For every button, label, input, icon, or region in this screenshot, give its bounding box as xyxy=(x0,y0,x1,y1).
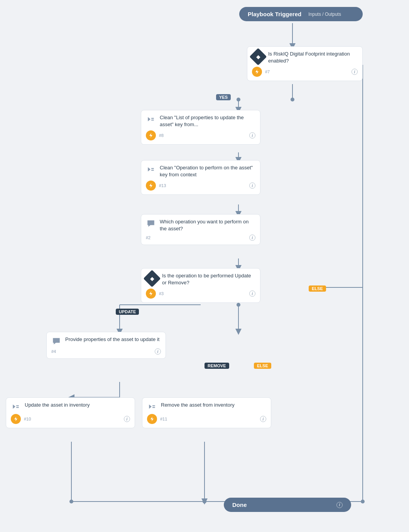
clean2-node[interactable]: Clean "Operation to perform on the asset… xyxy=(141,160,260,195)
ask2-node[interactable]: Provide properties of the asset to updat… xyxy=(46,332,166,359)
condition1-title: Is RiskIQ Digital Footprint integration … xyxy=(268,51,358,64)
svg-marker-43 xyxy=(150,417,154,421)
condition2-number: #3 xyxy=(159,291,164,296)
condition1-number: #7 xyxy=(265,69,270,74)
update-title: Update the asset in inventory xyxy=(25,402,130,409)
script-icon-c2 xyxy=(146,164,156,174)
ask1-number: #2 xyxy=(146,235,150,240)
clean1-number: #8 xyxy=(159,133,164,138)
update-node[interactable]: Update the asset in inventory #10 i xyxy=(6,397,135,428)
workflow-canvas: Playbook Triggered Inputs / Outputs ◆ Is… xyxy=(0,0,409,532)
else-badge-top: ELSE xyxy=(309,285,326,292)
condition2-node[interactable]: ◆ Is the operation to be performed Updat… xyxy=(141,268,260,303)
remove-badge: REMOVE xyxy=(204,363,229,369)
condition2-title: Is the operation to be performed Update … xyxy=(162,272,255,286)
svg-point-22 xyxy=(69,500,73,503)
update-number: #10 xyxy=(24,417,31,421)
ask2-info[interactable]: i xyxy=(155,348,161,355)
update-badge: UPDATE xyxy=(116,309,139,315)
diamond-icon-c2: ◆ xyxy=(143,270,161,287)
clean2-info[interactable]: i xyxy=(249,182,255,189)
lightning-icon-c1 xyxy=(252,67,262,77)
script-icon-rem xyxy=(147,402,157,412)
lightning-icon-cl2 xyxy=(146,181,156,191)
remove-node[interactable]: Remove the asset from inventory #11 i xyxy=(142,397,271,428)
ask1-title: Which operation you want to perform on t… xyxy=(160,218,255,232)
svg-marker-27 xyxy=(148,117,150,122)
script-icon-c1 xyxy=(146,114,156,124)
diamond-icon: ◆ xyxy=(249,48,267,65)
yes-badge: YES xyxy=(216,94,231,100)
svg-point-23 xyxy=(203,500,206,503)
clean1-node[interactable]: Clean "List of properties to update the … xyxy=(141,110,260,145)
lightning-icon-rem xyxy=(147,414,157,424)
done-label: Done xyxy=(232,502,247,508)
lightning-icon-c2 xyxy=(146,289,156,299)
ask1-info[interactable]: i xyxy=(249,235,255,241)
clean2-number: #13 xyxy=(159,183,166,188)
else-badge-bottom: ELSE xyxy=(254,363,271,369)
ask2-number: #4 xyxy=(51,349,56,354)
inputs-outputs-link[interactable]: Inputs / Outputs xyxy=(308,12,341,17)
trigger-node[interactable]: Playbook Triggered Inputs / Outputs xyxy=(239,7,363,21)
svg-marker-26 xyxy=(255,69,259,74)
update-info[interactable]: i xyxy=(124,416,130,422)
svg-point-20 xyxy=(237,98,240,101)
lightning-icon-cl1 xyxy=(146,130,156,140)
svg-marker-40 xyxy=(149,405,152,409)
trigger-label: Playbook Triggered xyxy=(248,11,301,17)
condition2-info[interactable]: i xyxy=(249,290,255,297)
remove-title: Remove the asset from inventory xyxy=(161,402,266,409)
svg-marker-39 xyxy=(14,417,17,421)
svg-point-25 xyxy=(361,500,365,503)
svg-point-19 xyxy=(291,98,294,101)
condition1-node[interactable]: ◆ Is RiskIQ Digital Footprint integratio… xyxy=(247,46,363,81)
done-info[interactable]: i xyxy=(336,502,343,508)
clean1-title: Clean "List of properties to update the … xyxy=(160,114,255,128)
svg-marker-35 xyxy=(149,291,152,296)
ask1-node[interactable]: Which operation you want to perform on t… xyxy=(141,214,260,245)
remove-info[interactable]: i xyxy=(260,416,266,422)
svg-marker-31 xyxy=(148,167,150,172)
remove-number: #11 xyxy=(160,417,167,421)
done-node[interactable]: Done i xyxy=(224,498,351,512)
clean2-title: Clean "Operation to perform on the asset… xyxy=(160,164,255,178)
script-icon-upd xyxy=(11,402,21,412)
ask2-title: Provide properties of the asset to updat… xyxy=(65,336,161,343)
condition1-info[interactable]: i xyxy=(352,69,358,75)
svg-marker-34 xyxy=(149,183,152,188)
svg-marker-30 xyxy=(149,133,152,138)
svg-point-21 xyxy=(237,303,240,307)
chat-icon-a1 xyxy=(146,218,156,228)
clean1-info[interactable]: i xyxy=(249,132,255,138)
svg-marker-36 xyxy=(13,405,15,409)
lightning-icon-upd xyxy=(11,414,21,424)
chat-icon-a2 xyxy=(51,336,61,346)
